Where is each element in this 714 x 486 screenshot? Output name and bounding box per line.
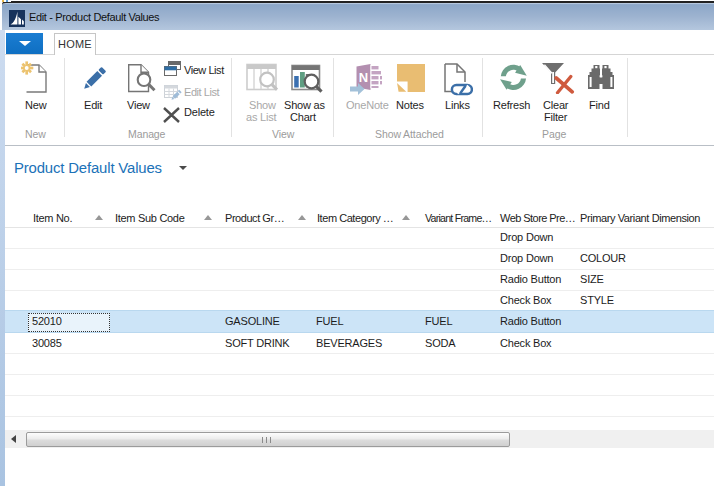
svg-text:N: N (359, 70, 368, 85)
